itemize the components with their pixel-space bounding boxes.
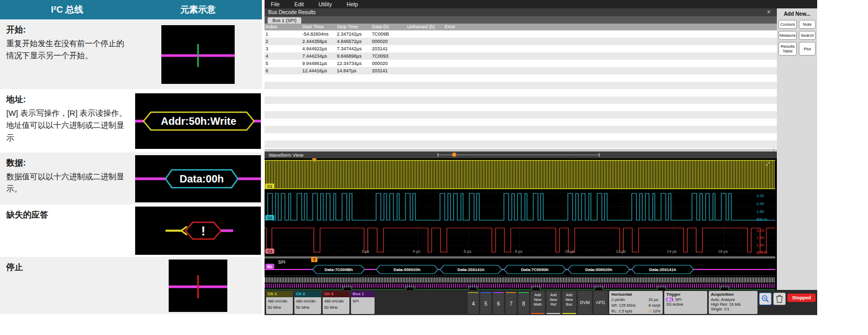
dvm-button[interactable]: DVM [578,291,592,314]
channel-badge-ch3[interactable]: Ch 3 460 mV/div 50 MHz [323,291,349,314]
table-row[interactable] [265,82,777,89]
zoom-button[interactable] [759,293,772,305]
tab-bus1-spi[interactable]: Bus 1 (SPI) [268,17,301,24]
doc-row-stop-text: 停止 [0,257,134,314]
results-table-button[interactable]: Results Table [778,42,797,56]
expand-icon[interactable]: ⤢ [765,161,770,167]
waveform-display[interactable]: ⤢ SPI T 3.202.401.60800 m3.202.401.60800… [265,158,777,290]
channel-name: Ch 1 [266,291,293,297]
table-cell: -54.82604ns [302,30,337,38]
table-row[interactable] [265,118,777,126]
pan-zoom-slider[interactable] [437,155,600,155]
table-row[interactable]: 22.444358µs4.846572µs000020 [265,38,777,45]
table-cell [407,38,445,45]
acquisition-badge[interactable]: Acquisition Auto, Analyze High Res: 16 b… [709,291,757,314]
time-label: 2 µs [361,249,369,254]
time-label: 12 µs [616,249,626,254]
table-cell [372,126,407,133]
channel-badge-ch1[interactable]: Ch 1 460 mV/div 50 MHz [266,291,293,314]
doc-row-data-text: 数据: 数据值可以以十六进制或二进制显示。 [0,153,134,204]
time-label: 14 µs [667,249,677,254]
table-row[interactable]: 47.444234µs9.846898µs7C0093 [265,52,777,60]
table-cell [407,82,445,89]
trash-icon [776,295,783,303]
record-length-value: RL: 2.5 kpts [611,309,645,315]
waveform-title-bar[interactable]: Waveform View [265,152,777,158]
table-cell [445,38,777,45]
bus-decode-results-panel: Bus Decode Results × Bus 1 (SPI) Index S… [265,8,777,149]
add-new-bus-button[interactable]: Add New Bus [562,291,576,314]
table-row[interactable]: 34.944922µs7.347442µs203141 [265,45,777,52]
table-row[interactable] [265,96,777,104]
doc-row-start-figure [134,19,262,89]
channel-8-button[interactable]: 8 [518,292,529,314]
table-cell [407,96,445,104]
note-button[interactable]: Note [799,20,816,29]
table-row[interactable]: 59.944861µs12.34734µs000020 [265,60,777,67]
table-cell [302,74,337,82]
doc-row-title: 停止 [6,262,127,273]
table-cell: 2.347242µs [337,30,372,38]
table-row[interactable] [265,111,777,118]
plot-button[interactable]: Plot [799,42,816,56]
vdiv-value: 460 mV/div [268,299,288,304]
table-cell [407,67,445,74]
add-new-ref-button[interactable]: Add New Ref [546,291,561,314]
waveform-plot: ⤢ SPI T 3.202.401.60800 m3.202.401.60800… [265,158,775,290]
table-row[interactable] [265,89,777,96]
results-title-bar[interactable]: Bus Decode Results × [265,8,777,16]
table-cell [372,104,407,111]
channel-5-button[interactable]: 5 [480,292,491,314]
table-cell [372,141,407,148]
table-row[interactable] [265,133,777,141]
bus-frame-label: Data:000020h [585,267,612,272]
table-row[interactable] [265,74,777,82]
table-row[interactable] [265,141,777,148]
afg-button[interactable]: AFG [594,291,608,314]
table-row[interactable]: 612.44416µs14.847µs203141 [265,67,777,74]
menu-utility[interactable]: Utility [318,1,332,7]
channel-chip-label: C2 [268,216,272,220]
window-value: 20 µs [649,297,661,303]
menu-file[interactable]: File [271,1,280,7]
measure-button[interactable]: Measure [778,31,797,40]
ch2-scale-label: 2.40 [756,201,764,206]
table-cell [266,126,302,133]
slider-marker[interactable] [452,153,456,157]
menu-help[interactable]: Help [347,1,358,7]
column-header: Stop Time [337,24,372,30]
table-cell [372,82,407,89]
cursors-button[interactable]: Cursors [778,20,797,29]
doc-row-missing-ack-text: 缺失的应答 [0,204,134,257]
table-row[interactable] [265,126,777,133]
search-button[interactable]: Search [799,31,816,40]
close-icon[interactable]: × [767,8,771,16]
column-header: Index [266,24,302,30]
doc-row-data-figure: Data:00h [134,153,262,204]
menu-edit[interactable]: Edit [294,1,304,7]
table-cell [407,133,445,141]
horizontal-badge[interactable]: Horizontal 2 µs/div 20 µs SR: 125 MS/s 8… [609,291,663,314]
table-cell [445,126,777,133]
table-cell [445,118,777,126]
table-cell [337,118,372,126]
start-symbol-figure [161,25,235,84]
table-row[interactable]: 1-54.82604ns2.347242µs7C009B [265,30,777,38]
table-cell: 3 [266,45,302,52]
add-new-math-button[interactable]: Add New Math [531,291,545,314]
bus-badge-bus1[interactable]: Bus 1 SPI [351,291,375,314]
table-cell: 7.347442µs [337,45,372,52]
channel-badge-ch2[interactable]: Ch 2 460 mV/div 50 MHz [294,291,321,314]
digital-trace-2 [265,284,775,288]
trigger-badge[interactable]: Trigger B1 SPI SS Active [664,291,707,314]
results-title: Bus Decode Results [268,9,316,15]
table-cell [337,96,372,104]
table-cell [445,60,777,67]
delete-button[interactable] [773,293,786,305]
table-cell [372,111,407,118]
table-row[interactable] [265,104,777,111]
table-cell: 1 [266,30,302,38]
channel-7-button[interactable]: 7 [506,292,517,314]
channel-4-button[interactable]: 4 [468,292,479,314]
channel-6-button[interactable]: 6 [493,292,504,314]
